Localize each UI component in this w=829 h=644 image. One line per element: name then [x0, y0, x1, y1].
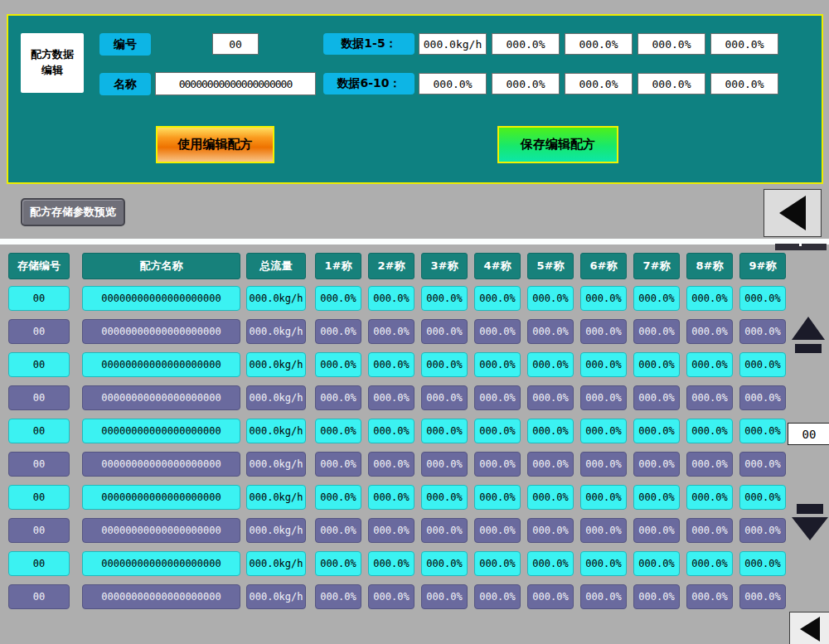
row-weight-cell-3: 000.0% — [421, 452, 468, 477]
row-weight-cell-5: 000.0% — [527, 352, 574, 377]
recipe-name-input[interactable]: 00000000000000000000 — [155, 72, 316, 95]
row-weight-cell-5: 000.0% — [527, 485, 574, 510]
table-row: 0000000000000000000000000.0kg/h000.0%000… — [0, 452, 829, 477]
data-field-5[interactable]: 000.0% — [710, 33, 778, 55]
row-weight-cell-2: 000.0% — [368, 551, 414, 576]
row-weight-cell-4: 000.0% — [474, 584, 521, 609]
row-weight-cell-1: 000.0% — [315, 452, 361, 477]
column-header-1: 存储编号 — [8, 253, 70, 279]
row-id-cell: 00 — [8, 419, 70, 443]
row-weight-cell-8: 000.0% — [686, 518, 733, 543]
data-field-10[interactable]: 000.0% — [710, 73, 778, 94]
recipe-edit-panel: 配方数据 编辑 编号 00 数据1-5： 名称 0000000000000000… — [7, 14, 823, 184]
row-weight-cell-2: 000.0% — [368, 385, 414, 410]
back-arrow-icon — [779, 196, 806, 230]
recipe-id-input[interactable]: 00 — [212, 33, 259, 55]
row-weight-cell-5: 000.0% — [527, 584, 574, 609]
column-header-4: 1#称 — [315, 253, 361, 279]
data-field-2[interactable]: 000.0% — [492, 33, 560, 55]
row-flow-cell: 000.0kg/h — [246, 419, 306, 443]
data-1-5-label: 数据1-5： — [323, 33, 414, 55]
column-header-2: 配方名称 — [82, 253, 240, 279]
row-weight-cell-4: 000.0% — [474, 286, 521, 311]
back-button-bottom[interactable] — [789, 612, 829, 644]
panel-title: 配方数据 编辑 — [21, 33, 84, 93]
row-weight-cell-4: 000.0% — [474, 551, 521, 576]
row-weight-cell-8: 000.0% — [686, 551, 733, 576]
row-weight-cell-1: 000.0% — [315, 551, 361, 576]
row-weight-cell-7: 000.0% — [633, 518, 680, 543]
row-weight-cell-8: 000.0% — [686, 286, 733, 311]
row-name-cell: 00000000000000000000 — [82, 319, 240, 344]
row-flow-cell: 000.0kg/h — [246, 352, 306, 377]
row-weight-cell-5: 000.0% — [527, 551, 574, 576]
data-field-9[interactable]: 000.0% — [638, 73, 705, 94]
row-weight-cell-6: 000.0% — [580, 352, 627, 377]
use-edited-recipe-button[interactable]: 使用编辑配方 — [156, 126, 274, 163]
row-weight-cell-8: 000.0% — [686, 352, 733, 377]
page-number-input[interactable]: 00 — [788, 423, 829, 445]
scroll-up-icon — [792, 317, 825, 340]
row-weight-cell-7: 000.0% — [633, 419, 680, 443]
row-weight-cell-3: 000.0% — [421, 385, 468, 410]
row-weight-cell-2: 000.0% — [368, 419, 414, 443]
row-name-cell: 00000000000000000000 — [82, 419, 240, 443]
table-row: 0000000000000000000000000.0kg/h000.0%000… — [0, 385, 829, 410]
row-weight-cell-8: 000.0% — [686, 452, 733, 477]
scroll-up-button[interactable] — [791, 317, 826, 353]
row-weight-cell-9: 000.0% — [739, 352, 786, 377]
scroll-notch-icon — [799, 244, 802, 246]
row-weight-cell-2: 000.0% — [368, 286, 414, 311]
data-field-1[interactable]: 000.0kg/h — [419, 33, 487, 55]
row-weight-cell-6: 000.0% — [580, 584, 627, 609]
row-flow-cell: 000.0kg/h — [246, 286, 306, 311]
row-weight-cell-3: 000.0% — [421, 551, 468, 576]
row-weight-cell-6: 000.0% — [580, 485, 627, 510]
row-id-cell: 00 — [8, 551, 70, 576]
column-header-11: 8#称 — [686, 253, 733, 279]
row-weight-cell-6: 000.0% — [580, 319, 627, 344]
row-weight-cell-1: 000.0% — [315, 319, 361, 344]
row-name-cell: 00000000000000000000 — [82, 385, 240, 410]
row-id-cell: 00 — [8, 584, 70, 609]
back-button-top[interactable] — [764, 189, 822, 237]
save-edited-recipe-button[interactable]: 保存编辑配方 — [497, 126, 618, 163]
row-flow-cell: 000.0kg/h — [246, 319, 306, 344]
column-header-3: 总流量 — [246, 253, 306, 279]
row-weight-cell-7: 000.0% — [633, 584, 680, 609]
data-field-6[interactable]: 000.0% — [419, 73, 487, 94]
recipe-id-label: 编号 — [99, 33, 151, 56]
row-id-cell: 00 — [8, 319, 70, 344]
row-weight-cell-4: 000.0% — [474, 485, 521, 510]
data-field-8[interactable]: 000.0% — [565, 73, 633, 94]
data-field-3[interactable]: 000.0% — [565, 33, 633, 55]
row-id-cell: 00 — [8, 286, 70, 311]
row-name-cell: 00000000000000000000 — [82, 286, 240, 311]
column-header-8: 5#称 — [527, 253, 574, 279]
column-header-6: 3#称 — [421, 253, 468, 279]
row-weight-cell-3: 000.0% — [421, 419, 468, 443]
data-field-7[interactable]: 000.0% — [492, 73, 560, 94]
row-weight-cell-8: 000.0% — [686, 419, 733, 443]
scroll-down-button[interactable] — [791, 504, 829, 540]
row-weight-cell-8: 000.0% — [686, 584, 733, 609]
row-weight-cell-1: 000.0% — [315, 419, 361, 443]
row-weight-cell-2: 000.0% — [368, 452, 414, 477]
column-header-12: 9#称 — [739, 253, 786, 279]
scroll-top-partial-button[interactable] — [775, 244, 827, 250]
table-row: 0000000000000000000000000.0kg/h000.0%000… — [0, 485, 829, 510]
row-name-cell: 00000000000000000000 — [82, 551, 240, 576]
data-field-4[interactable]: 000.0% — [638, 33, 705, 55]
row-weight-cell-1: 000.0% — [315, 286, 361, 311]
recipe-storage-preview-button[interactable]: 配方存储参数预览 — [21, 198, 125, 226]
row-weight-cell-1: 000.0% — [315, 385, 361, 410]
row-id-cell: 00 — [8, 518, 70, 543]
column-header-5: 2#称 — [368, 253, 414, 279]
row-weight-cell-4: 000.0% — [474, 419, 521, 443]
row-weight-cell-3: 000.0% — [421, 319, 468, 344]
row-weight-cell-3: 000.0% — [421, 485, 468, 510]
row-weight-cell-2: 000.0% — [368, 584, 414, 609]
table-row: 0000000000000000000000000.0kg/h000.0%000… — [0, 419, 829, 443]
row-weight-cell-6: 000.0% — [580, 385, 627, 410]
table-row: 0000000000000000000000000.0kg/h000.0%000… — [0, 551, 829, 576]
